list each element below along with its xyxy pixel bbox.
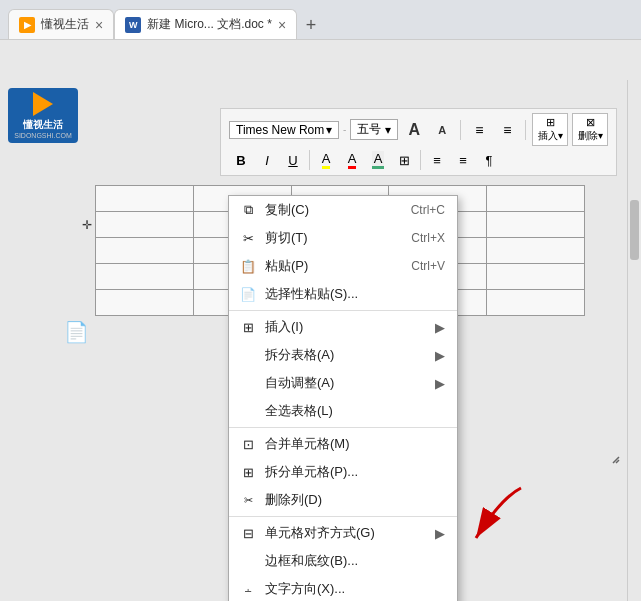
menu-item-copy-label: 复制(C): [265, 201, 309, 219]
toolbar-separator3: [309, 150, 310, 170]
delete-button[interactable]: ⊠ 删除▾: [572, 113, 608, 146]
highlight-button[interactable]: A: [314, 149, 338, 171]
italic-button[interactable]: I: [255, 149, 279, 171]
menu-item-cell-align[interactable]: ⊟ 单元格对齐方式(G) ▶: [229, 519, 457, 547]
menu-item-auto-adjust[interactable]: 自动调整(A) ▶: [229, 369, 457, 397]
font-size-input[interactable]: 五号 ▾: [350, 119, 398, 140]
menu-item-select-all-label: 全选表格(L): [265, 402, 333, 420]
menu-item-split-cells-label: 拆分单元格(P)...: [265, 463, 358, 481]
indent-increase-button[interactable]: ≡: [467, 119, 491, 141]
tab-bar: ▶ 懂视生活 × W 新建 Micro... 文档.doc * × +: [8, 0, 325, 39]
resize-handle[interactable]: [611, 453, 621, 463]
menu-item-copy[interactable]: ⧉ 复制(C) Ctrl+C: [229, 196, 457, 224]
font-name-dropdown-icon[interactable]: ▾: [326, 123, 332, 137]
scrollbar-thumb[interactable]: [630, 200, 639, 260]
tab-word[interactable]: W 新建 Micro... 文档.doc * ×: [114, 9, 297, 39]
tab1-icon: ▶: [19, 17, 35, 33]
insert-icon: ⊞: [546, 116, 555, 129]
note-icon: 📄: [64, 320, 89, 344]
table-cell[interactable]: [487, 290, 585, 316]
table-cell[interactable]: [487, 264, 585, 290]
border-button[interactable]: ⊞: [392, 149, 416, 171]
table-cell[interactable]: [96, 238, 194, 264]
document-area: 懂视生活 SIDONGSHI.COM Times New Rom ▾ - 五号 …: [0, 40, 641, 601]
menu-item-merge-cells-label: 合并单元格(M): [265, 435, 350, 453]
font-size-value: 五号: [357, 121, 381, 138]
toolbar-separator2: [525, 120, 526, 140]
menu-item-paste-special[interactable]: 📄 选择性粘贴(S)...: [229, 280, 457, 308]
tab1-label: 懂视生活: [41, 16, 89, 33]
menu-divider2: [229, 427, 457, 428]
menu-divider1: [229, 310, 457, 311]
font-name-input[interactable]: Times New Rom ▾: [229, 121, 339, 139]
toolbar-separator1: [460, 120, 461, 140]
paragraph-button[interactable]: ¶: [477, 149, 501, 171]
menu-item-paste[interactable]: 📋 粘贴(P) Ctrl+V: [229, 252, 457, 280]
toolbar-row1: Times New Rom ▾ - 五号 ▾ A A ≡ ≡ ⊞ 插入▾ ⊠ 删…: [229, 113, 608, 146]
delete-label: 删除▾: [578, 129, 603, 143]
menu-item-text-direction-label: 文字方向(X)...: [265, 580, 345, 598]
align-center-button[interactable]: ≡: [451, 149, 475, 171]
menu-item-cell-align-label: 单元格对齐方式(G): [265, 524, 375, 542]
toolbar-separator4: [420, 150, 421, 170]
menu-item-insert[interactable]: ⊞ 插入(I) ▶: [229, 313, 457, 341]
menu-item-delete-col-label: 删除列(D): [265, 491, 322, 509]
menu-item-paste-special-label: 选择性粘贴(S)...: [265, 285, 358, 303]
insert-button[interactable]: ⊞ 插入▾: [532, 113, 568, 146]
paste-shortcut: Ctrl+V: [411, 259, 445, 273]
table-cell[interactable]: [487, 238, 585, 264]
toolbar: Times New Rom ▾ - 五号 ▾ A A ≡ ≡ ⊞ 插入▾ ⊠ 删…: [220, 108, 617, 176]
underline-button[interactable]: U: [281, 149, 305, 171]
menu-item-text-direction[interactable]: ⫠ 文字方向(X)...: [229, 575, 457, 601]
ruler-mark: ✛: [82, 218, 92, 232]
menu-item-split-table[interactable]: 拆分表格(A) ▶: [229, 341, 457, 369]
table-cell[interactable]: [96, 186, 194, 212]
menu-item-merge-cells[interactable]: ⊡ 合并单元格(M): [229, 430, 457, 458]
bold-button[interactable]: B: [229, 149, 253, 171]
table-cell[interactable]: [96, 290, 194, 316]
table-cell[interactable]: [96, 212, 194, 238]
shading-button[interactable]: A: [366, 149, 390, 171]
delete-col-icon: ✂: [237, 494, 259, 507]
tab2-label: 新建 Micro... 文档.doc *: [147, 16, 272, 33]
menu-item-cut[interactable]: ✂ 剪切(T) Ctrl+X: [229, 224, 457, 252]
font-name-value: Times New Rom: [236, 123, 324, 137]
delete-icon: ⊠: [586, 116, 595, 129]
menu-item-split-cells[interactable]: ⊞ 拆分单元格(P)...: [229, 458, 457, 486]
logo-play-icon: [33, 92, 53, 116]
copy-shortcut: Ctrl+C: [411, 203, 445, 217]
table-cell[interactable]: [487, 186, 585, 212]
tab2-close[interactable]: ×: [278, 18, 286, 32]
table-insert-icon: ⊞: [237, 320, 259, 335]
browser-chrome: ▶ 懂视生活 × W 新建 Micro... 文档.doc * × +: [0, 0, 641, 40]
insert-submenu-arrow: ▶: [435, 320, 445, 335]
font-grow-button[interactable]: A: [402, 119, 426, 141]
new-tab-button[interactable]: +: [297, 11, 325, 39]
logo-area: 懂视生活 SIDONGSHI.COM: [8, 88, 78, 143]
scissors-icon: ✂: [237, 231, 259, 246]
tab2-icon: W: [125, 17, 141, 33]
logo-main-text: 懂视生活: [23, 118, 63, 132]
cut-shortcut: Ctrl+X: [411, 231, 445, 245]
cell-align-submenu-arrow: ▶: [435, 526, 445, 541]
menu-item-delete-col[interactable]: ✂ 删除列(D): [229, 486, 457, 514]
context-menu: ⧉ 复制(C) Ctrl+C ✂ 剪切(T) Ctrl+X 📋 粘贴(P) Ct…: [228, 195, 458, 601]
indent-decrease-button[interactable]: ≡: [495, 119, 519, 141]
table-cell[interactable]: [487, 212, 585, 238]
cell-align-icon: ⊟: [237, 526, 259, 541]
align-left-button[interactable]: ≡: [425, 149, 449, 171]
split-cells-icon: ⊞: [237, 465, 259, 480]
menu-item-select-all[interactable]: 全选表格(L): [229, 397, 457, 425]
tab-dongshi[interactable]: ▶ 懂视生活 ×: [8, 9, 114, 39]
text-direction-icon: ⫠: [237, 583, 259, 595]
font-shrink-button[interactable]: A: [430, 119, 454, 141]
font-color-button[interactable]: A: [340, 149, 364, 171]
table-cell[interactable]: [96, 264, 194, 290]
menu-item-auto-adjust-label: 自动调整(A): [265, 374, 334, 392]
menu-item-cut-label: 剪切(T): [265, 229, 308, 247]
font-size-dropdown-icon[interactable]: ▾: [385, 123, 391, 137]
menu-item-border-shading[interactable]: 边框和底纹(B)...: [229, 547, 457, 575]
menu-divider3: [229, 516, 457, 517]
scrollbar[interactable]: [627, 80, 641, 601]
tab1-close[interactable]: ×: [95, 18, 103, 32]
